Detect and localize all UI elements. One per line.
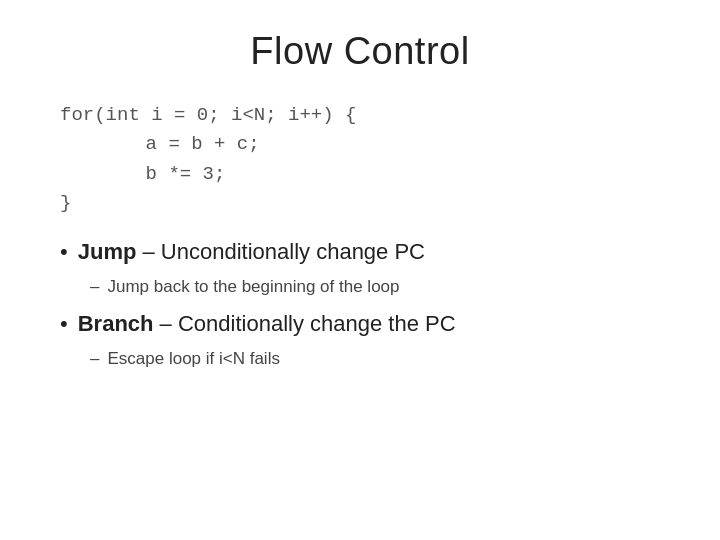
bullet-branch-sub: – Escape loop if i<N fails — [60, 346, 670, 372]
bullet-jump-sub-text: Jump back to the beginning of the loop — [107, 274, 399, 300]
bullet-jump-sub: – Jump back to the beginning of the loop — [60, 274, 670, 300]
code-line-1: for(int i = 0; i<N; i++) { — [60, 101, 356, 130]
code-block: for(int i = 0; i<N; i++) { a = b + c; b … — [50, 101, 356, 219]
bullet-jump-bold: Jump — [78, 239, 137, 264]
code-line-3: b *= 3; — [60, 160, 356, 189]
bullet-branch-sub-text: Escape loop if i<N fails — [107, 346, 279, 372]
bullet-branch-dash: – — [90, 346, 99, 372]
bullet-branch: • Branch – Conditionally change the PC — [60, 309, 670, 340]
bullet-section: • Jump – Unconditionally change PC – Jum… — [50, 237, 670, 382]
bullet-branch-bold: Branch — [78, 311, 154, 336]
code-line-2: a = b + c; — [60, 130, 356, 159]
page-title: Flow Control — [50, 30, 670, 73]
bullet-text-branch: Branch – Conditionally change the PC — [78, 309, 456, 340]
bullet-branch-suffix: – Conditionally change the PC — [154, 311, 456, 336]
bullet-dot-branch: • — [60, 309, 68, 340]
bullet-text-jump: Jump – Unconditionally change PC — [78, 237, 425, 268]
bullet-jump-dash: – — [90, 274, 99, 300]
bullet-jump: • Jump – Unconditionally change PC — [60, 237, 670, 268]
bullet-dot-jump: • — [60, 237, 68, 268]
bullet-jump-suffix: – Unconditionally change PC — [136, 239, 425, 264]
slide-container: Flow Control for(int i = 0; i<N; i++) { … — [0, 0, 720, 540]
code-line-4: } — [60, 189, 356, 218]
